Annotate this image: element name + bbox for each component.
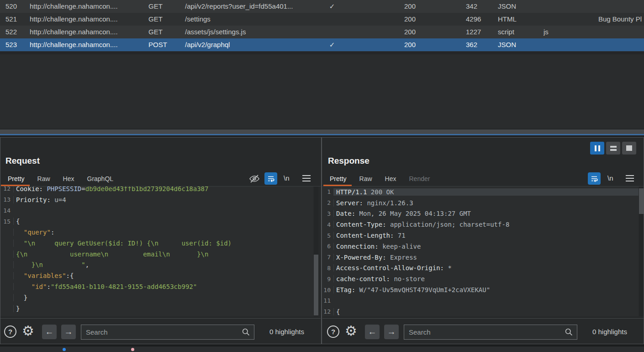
cell-ext [544, 0, 571, 13]
help-button[interactable]: ? [327, 325, 339, 338]
line-content: Server: nginx/1.26.3 [333, 199, 639, 207]
code-line: "\n query GetUser($id: ID!) {\n user(id:… [0, 238, 313, 249]
divider [0, 318, 321, 319]
next-match-button[interactable]: → [61, 325, 76, 339]
code-line: 12Cookie: PHPSESSID=db9de0ed43ffb1bd2739… [0, 187, 313, 194]
code-line: 4Content-Type: application/json; charset… [322, 219, 639, 230]
help-button[interactable]: ? [4, 325, 16, 338]
cell-mime: JSON [498, 38, 530, 51]
code-line: "id":"fd55a401-b110-4821-9155-add4653cb9… [0, 281, 313, 292]
tab-pretty[interactable]: Pretty [330, 175, 347, 182]
taskbar-app-indicator-blue [63, 348, 66, 351]
response-editor[interactable]: 1HTTP/1.1 200 OK2Server: nginx/1.26.33Da… [322, 187, 639, 316]
cell-params [323, 13, 341, 26]
cell-ext [544, 13, 571, 26]
line-number: 14 [0, 207, 11, 214]
line-number: 7 [322, 254, 331, 261]
layout-side-by-side-button[interactable] [590, 142, 604, 155]
previous-match-button[interactable]: ← [365, 325, 380, 339]
cell-length: 342 [466, 0, 495, 13]
line-number: 2 [322, 199, 331, 206]
word-wrap-toggle-button[interactable] [588, 172, 601, 185]
line-content: } [13, 294, 313, 301]
table-row[interactable]: 523http://challenge.nahamcon....POST/api… [0, 38, 644, 51]
cell-id: 520 [5, 0, 27, 13]
line-number: 5 [322, 232, 331, 239]
code-line: "query": [0, 227, 313, 238]
layout-stacked-button[interactable] [606, 142, 620, 155]
code-line: {\n username\n email\n }\n [0, 249, 313, 260]
response-scrollbar-thumb[interactable] [639, 188, 644, 214]
request-scrollbar-thumb[interactable] [314, 255, 318, 315]
code-line: 12{ [322, 306, 639, 316]
line-content: Priority: u=4 [13, 196, 313, 203]
search-settings-button[interactable]: ⚙ [22, 324, 34, 338]
taskbar-strip [0, 347, 644, 352]
code-line: 13Priority: u=4 [0, 194, 313, 205]
response-search [404, 325, 577, 340]
layout-single-button[interactable] [622, 142, 636, 155]
table-row[interactable]: 522http://challenge.nahamcon....GET/asse… [0, 26, 644, 38]
search-icon [242, 328, 250, 336]
request-editor[interactable]: 12Cookie: PHPSESSID=db9de0ed43ffb1bd2739… [0, 187, 313, 316]
table-row[interactable]: 520http://challenge.nahamcon....GET/api/… [0, 0, 644, 13]
previous-match-button[interactable]: ← [42, 325, 57, 339]
cell-title [598, 26, 643, 38]
tab-hex[interactable]: Hex [63, 175, 74, 182]
code-line: 15{ [0, 216, 313, 227]
line-number: 9 [322, 276, 331, 283]
cell-status: 200 [404, 13, 432, 26]
cell-status: 200 [404, 26, 432, 38]
vertical-splitter[interactable] [321, 138, 322, 344]
word-wrap-icon [590, 175, 598, 183]
cell-path: /settings [185, 13, 322, 26]
cell-host: http://challenge.nahamcon.... [30, 26, 146, 38]
line-number: 6 [322, 243, 331, 250]
tab-raw[interactable]: Raw [359, 175, 372, 182]
table-row-separator [0, 52, 644, 54]
cell-method: GET [148, 26, 183, 38]
cell-title [598, 0, 643, 13]
http-history-table: 520http://challenge.nahamcon....GET/api/… [0, 0, 644, 129]
tab-raw[interactable]: Raw [37, 175, 50, 182]
line-number: 10 [322, 287, 331, 293]
line-content: {\n username\n email\n }\n [13, 251, 313, 258]
request-editor-lines: 12Cookie: PHPSESSID=db9de0ed43ffb1bd2739… [0, 187, 313, 314]
cell-status: 200 [404, 0, 432, 13]
taskbar-app-indicator-pink [131, 348, 134, 351]
search-settings-button[interactable]: ⚙ [345, 324, 357, 338]
highlights-count: 0 highlights [269, 328, 304, 336]
line-number: 12 [322, 308, 331, 315]
response-editor-menu-button[interactable] [625, 174, 635, 183]
cell-mime: HTML [498, 13, 530, 26]
cell-path: /api/v2/graphql [185, 38, 322, 51]
cell-params: ✓ [323, 38, 341, 51]
square-icon [626, 145, 632, 151]
search-input[interactable] [81, 325, 254, 340]
newline-toggle-button[interactable]: \n [607, 174, 613, 182]
code-line: 5Content-Length: 71 [322, 230, 639, 241]
code-line: 9cache-control: no-store [322, 273, 639, 284]
cell-params [323, 26, 341, 38]
cell-params: ✓ [323, 0, 341, 13]
request-search [81, 325, 254, 340]
table-row[interactable]: 521http://challenge.nahamcon....GET/sett… [0, 13, 644, 26]
search-input[interactable] [404, 325, 577, 340]
line-content: { [333, 308, 639, 315]
line-number: 11 [322, 297, 331, 304]
nonprintable-toggle-button[interactable] [248, 173, 261, 185]
request-editor-menu-button[interactable] [301, 174, 311, 183]
word-wrap-toggle-button[interactable] [264, 172, 277, 185]
response-tabs: Pretty Raw Hex Render [330, 175, 430, 182]
tab-graphql[interactable]: GraphQL [87, 175, 114, 182]
code-line: 10ETag: W/"47-Uv5mvQHST479VqUmI+2caVXEKA… [322, 284, 639, 295]
horizontal-splitter[interactable] [0, 129, 644, 135]
newline-toggle-button[interactable]: \n [284, 174, 290, 182]
stacked-bars-icon [610, 146, 617, 151]
line-content: cache-control: no-store [333, 275, 639, 283]
line-content: { [13, 218, 313, 225]
tab-pretty[interactable]: Pretty [8, 175, 25, 182]
next-match-button[interactable]: → [384, 325, 399, 339]
line-content: "id":"fd55a401-b110-4821-9155-add4653cb9… [13, 283, 313, 290]
tab-hex[interactable]: Hex [385, 175, 396, 182]
